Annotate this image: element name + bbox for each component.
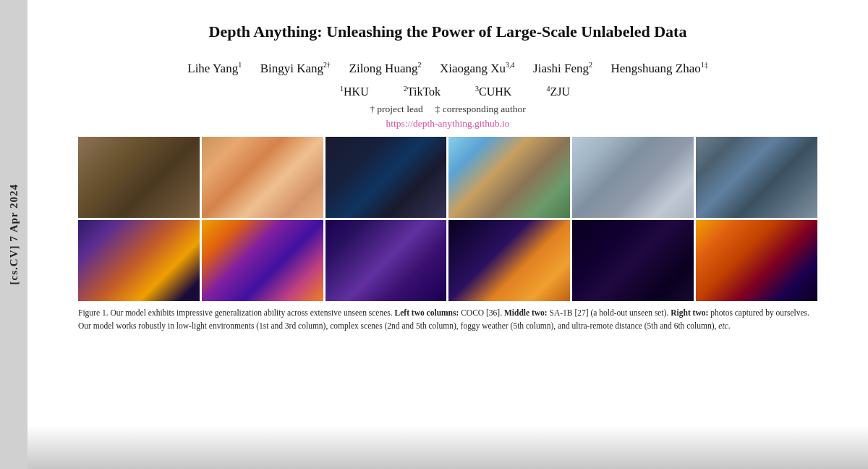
- depth-2: [202, 220, 323, 301]
- photo-row: [78, 137, 817, 218]
- depth-row: [78, 220, 817, 301]
- authors-line: Lihe Yang1 Bingyi Kang2† Zilong Huang2 X…: [78, 59, 817, 78]
- photo-1: [78, 137, 200, 218]
- author-3: Zilong Huang2: [349, 62, 422, 75]
- paper-body: Depth Anything: Unleashing the Power of …: [27, 0, 868, 469]
- arxiv-label: [cs.CV] 7 Apr 2024: [0, 0, 27, 469]
- depth-3: [326, 220, 447, 301]
- photo-2: [202, 137, 323, 218]
- paper-header: Depth Anything: Unleashing the Power of …: [27, 0, 868, 130]
- paper-title: Depth Anything: Unleashing the Power of …: [78, 22, 817, 43]
- author-6: Hengshuang Zhao1‡: [611, 62, 708, 75]
- photo-3: [326, 137, 447, 218]
- photo-4: [448, 137, 570, 218]
- depth-4: [448, 220, 570, 301]
- url-line[interactable]: https://depth-anything.github.io: [78, 118, 817, 130]
- depth-5: [572, 220, 694, 301]
- author-2: Bingyi Kang2†: [260, 62, 331, 75]
- paper-url[interactable]: https://depth-anything.github.io: [386, 118, 510, 129]
- author-4: Xiaogang Xu3,4: [440, 62, 515, 75]
- photo-6: [696, 137, 817, 218]
- depth-6: [696, 220, 817, 301]
- author-1: Lihe Yang1: [187, 62, 242, 75]
- notes-line: † project lead ‡ corresponding author: [78, 103, 817, 115]
- author-5: Jiashi Feng2: [533, 62, 592, 75]
- affiliations-line: 1HKU 2TikTok 3CUHK 4ZJU: [78, 83, 817, 101]
- depth-1: [78, 220, 200, 301]
- caption-text: Figure 1. Our model exhibits impressive …: [78, 307, 817, 332]
- image-grid: [27, 137, 868, 301]
- arxiv-label-text: [cs.CV] 7 Apr 2024: [8, 184, 20, 284]
- figure-caption: Figure 1. Our model exhibits impressive …: [27, 307, 868, 332]
- photo-5: [572, 137, 694, 218]
- corresponding-author-note: ‡ corresponding author: [435, 103, 526, 114]
- project-lead-note: † project lead: [370, 103, 422, 114]
